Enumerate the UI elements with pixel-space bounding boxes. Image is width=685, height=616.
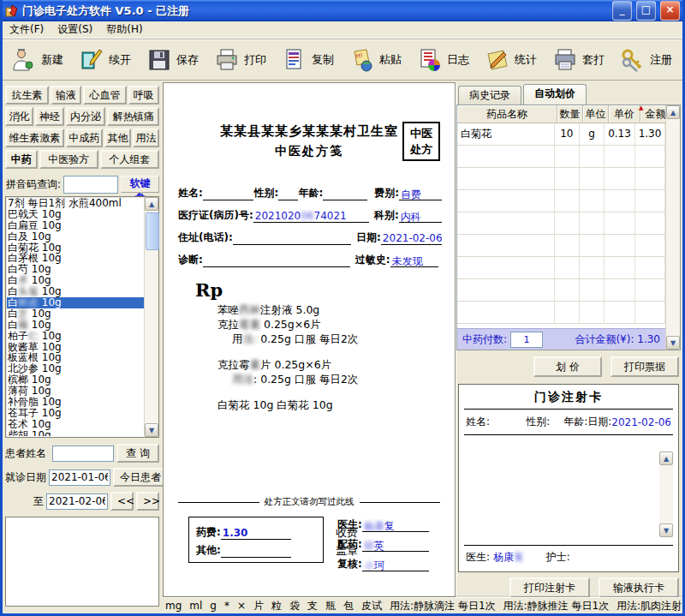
maximize-button[interactable]: □ bbox=[636, 1, 656, 21]
drug-list-item[interactable]: 白芷 10g bbox=[7, 308, 144, 320]
category-button[interactable]: 抗生素 bbox=[5, 86, 49, 105]
menu-file[interactable]: 文件(F) bbox=[3, 21, 51, 38]
toolbar-paste-button[interactable]: H!粘贴 bbox=[344, 43, 410, 77]
scroll-up-icon[interactable]: ▲ bbox=[659, 452, 673, 465]
diagnosis-value[interactable] bbox=[203, 254, 350, 267]
category-button[interactable]: 消化 bbox=[5, 107, 33, 126]
drug-listbox[interactable]: 7剂 每日1剂 水煎400ml巴戟天 10g白扁豆 10g白及 10g白菊花 1… bbox=[5, 196, 159, 438]
status-item[interactable]: 用法:肌肉注射 每日1次 bbox=[616, 599, 682, 613]
search-button[interactable]: 查 询 bbox=[116, 444, 159, 463]
category-button[interactable]: 个人组套 bbox=[100, 150, 159, 169]
rx-lines[interactable]: 苯唑西林注射液 5.0g克拉霉素 0.25g×6片用法: 0.25g 口服 每日… bbox=[217, 302, 454, 412]
text-segment: 白 bbox=[8, 285, 18, 297]
age-value[interactable] bbox=[323, 188, 367, 200]
prescription-panel[interactable]: 某某县某某乡某某某村卫生室 中医处方笺 中医 处方 姓名: 性别: 年龄: 费别… bbox=[163, 82, 456, 597]
next-page-button[interactable]: >> bbox=[136, 492, 159, 511]
status-item[interactable]: 包 bbox=[343, 599, 354, 613]
menu-help[interactable]: 帮助(H) bbox=[99, 21, 149, 38]
status-item[interactable]: 粒 bbox=[271, 599, 282, 613]
name-value[interactable] bbox=[203, 188, 254, 200]
tab-自动划价[interactable]: 自动划价 bbox=[523, 84, 587, 105]
menu-settings[interactable]: 设置(S) bbox=[51, 21, 99, 38]
fee-type-value[interactable]: 自费 bbox=[399, 188, 442, 200]
patient-result-listbox[interactable] bbox=[5, 517, 159, 607]
doses-input[interactable] bbox=[510, 332, 543, 348]
column-header[interactable]: 数量 bbox=[557, 105, 583, 123]
toolbar-form-print-button[interactable]: 套打 bbox=[547, 43, 613, 77]
today-patients-button[interactable]: 今日患者 bbox=[113, 468, 168, 487]
column-header[interactable]: 药品名称 bbox=[457, 105, 557, 123]
category-button[interactable]: 输液 bbox=[51, 86, 81, 105]
tab-病史记录[interactable]: 病史记录 bbox=[458, 86, 521, 105]
gender-value[interactable] bbox=[278, 188, 298, 200]
soft-keyboard-button[interactable]: 软键盘 bbox=[121, 176, 159, 193]
print-injection-card-button[interactable]: 打印注射卡 bbox=[509, 577, 590, 598]
status-item[interactable]: 瓶 bbox=[325, 599, 336, 613]
scroll-up-icon[interactable]: ▲ bbox=[666, 105, 680, 119]
calc-price-button[interactable]: 划 价 bbox=[533, 356, 602, 377]
category-button[interactable]: 其他 bbox=[104, 129, 131, 147]
pinyin-search-input[interactable] bbox=[63, 176, 118, 194]
drug-list-item[interactable]: 柴胡 10g bbox=[7, 430, 144, 436]
category-button[interactable]: 中药 bbox=[5, 150, 38, 169]
status-item[interactable]: 皮试 bbox=[361, 599, 382, 613]
category-button[interactable]: 神经 bbox=[35, 107, 63, 126]
status-item[interactable]: * bbox=[224, 600, 229, 612]
status-item[interactable]: 袋 bbox=[289, 599, 300, 613]
close-button[interactable]: × bbox=[660, 1, 680, 21]
column-header[interactable]: 单价 bbox=[609, 105, 640, 123]
column-header[interactable]: 单位 bbox=[583, 105, 609, 123]
status-item[interactable]: 支 bbox=[307, 599, 318, 613]
table-body[interactable]: 白菊花10g0.131.30 bbox=[457, 123, 665, 328]
drug-list-item[interactable]: 白薇 10g bbox=[7, 320, 144, 331]
toolbar-copy-button[interactable]: 复制 bbox=[277, 43, 342, 77]
status-item[interactable]: mg bbox=[165, 600, 182, 612]
print-receipt-button[interactable]: 打印票据 bbox=[611, 356, 679, 377]
to-date-input[interactable] bbox=[46, 493, 108, 510]
scroll-down-icon[interactable]: ▼ bbox=[666, 336, 680, 350]
date-value[interactable]: 2021-02-06 bbox=[381, 232, 442, 245]
scroll-up-icon[interactable]: ▲ bbox=[145, 197, 158, 211]
scroll-down-icon[interactable]: ▼ bbox=[659, 523, 673, 537]
category-button[interactable]: 呼吸 bbox=[128, 86, 159, 105]
category-button[interactable]: 中医验方 bbox=[39, 150, 98, 169]
drug-list-item[interactable]: 白鲜皮 10g bbox=[7, 297, 144, 308]
toolbar-print-button[interactable]: 打印 bbox=[209, 43, 275, 77]
status-item[interactable]: × bbox=[237, 600, 246, 612]
category-button[interactable]: 心血管 bbox=[83, 86, 127, 105]
allergy-value[interactable]: 未发现 bbox=[390, 254, 438, 267]
scroll-thumb[interactable] bbox=[146, 212, 159, 250]
category-button[interactable]: 维生素激素 bbox=[5, 129, 64, 147]
toolbar-log-button[interactable]: 日志 bbox=[412, 43, 478, 77]
visit-date-input[interactable] bbox=[49, 469, 110, 486]
injection-scrollbar[interactable]: ▲ ▼ bbox=[659, 452, 673, 537]
status-item[interactable]: 片 bbox=[253, 599, 264, 613]
dept-value[interactable]: 内科 bbox=[399, 210, 442, 223]
toolbar-save-button[interactable]: 保存 bbox=[141, 43, 207, 77]
address-value[interactable] bbox=[233, 232, 351, 245]
category-button[interactable]: 中成药 bbox=[66, 129, 104, 147]
address-label: 住址(电话): bbox=[178, 230, 233, 245]
status-item[interactable]: 用法:静脉推注 每日1次 bbox=[503, 599, 610, 613]
category-button[interactable]: 内分泌 bbox=[66, 107, 106, 126]
drug-list-scrollbar[interactable]: ▲ ▼ bbox=[144, 197, 158, 437]
minimize-button[interactable]: _ bbox=[612, 1, 632, 21]
status-item[interactable]: g bbox=[210, 600, 217, 612]
infusion-exec-card-button[interactable]: 输液执行卡 bbox=[599, 577, 679, 598]
category-button[interactable]: 用法 bbox=[133, 129, 159, 147]
toolbar-stats-button[interactable]: 统计 bbox=[480, 43, 545, 77]
toolbar-continue-button[interactable]: 续开 bbox=[74, 43, 140, 77]
injection-card-list[interactable]: ▲ ▼ bbox=[464, 452, 673, 537]
status-item[interactable]: ml bbox=[189, 600, 202, 612]
prev-page-button[interactable]: << bbox=[110, 492, 134, 511]
status-item[interactable]: 用法:静脉滴注 每日1次 bbox=[390, 599, 496, 613]
toolbar-new-button[interactable]: 新建 bbox=[6, 43, 72, 77]
record-no-value[interactable]: 20210200674021 bbox=[253, 210, 369, 223]
scroll-down-icon[interactable]: ▼ bbox=[145, 423, 158, 437]
table-cell: 10 bbox=[555, 123, 580, 146]
table-scrollbar[interactable]: ▲ ▼ bbox=[665, 105, 680, 350]
toolbar-label: 打印 bbox=[244, 52, 266, 68]
toolbar-register-button[interactable]: 注册 bbox=[615, 43, 681, 77]
category-button[interactable]: 解热镇痛 bbox=[107, 107, 159, 126]
patient-name-input[interactable] bbox=[52, 446, 114, 462]
